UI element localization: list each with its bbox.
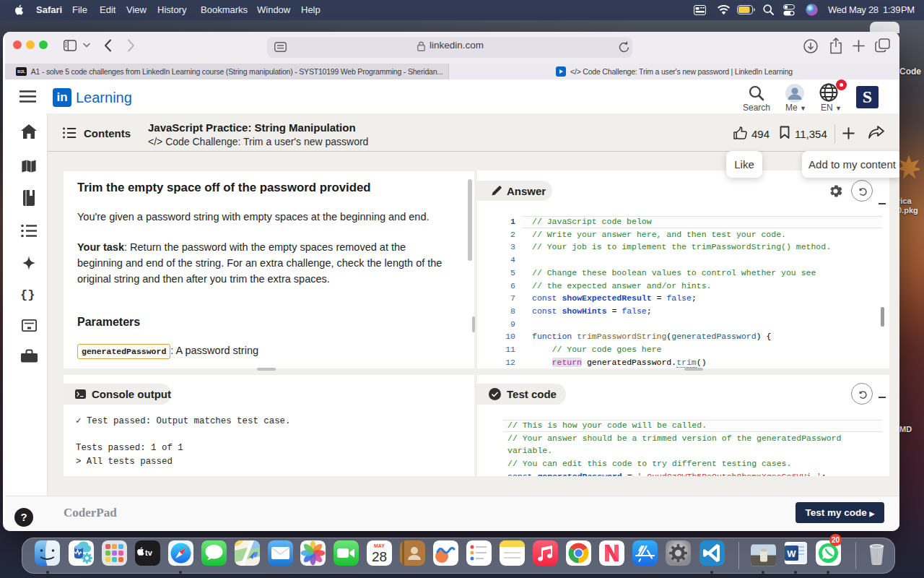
svg-text:{}: {} (20, 288, 35, 301)
svg-text:28: 28 (371, 549, 386, 564)
svg-text:tv: tv (145, 548, 153, 557)
svg-text:W: W (787, 548, 796, 559)
svg-text:MAY: MAY (374, 543, 385, 548)
